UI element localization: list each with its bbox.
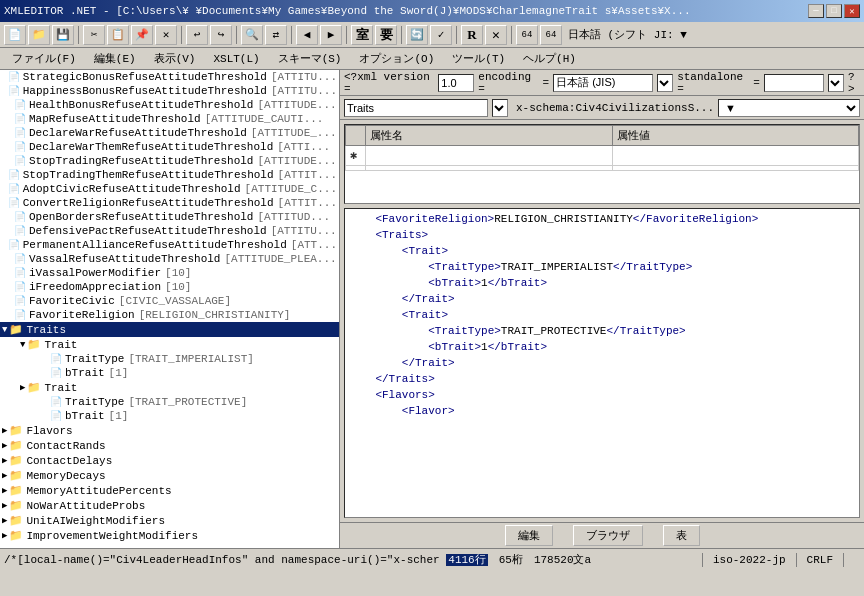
tree-item[interactable]: 📄bTrait[1]: [0, 366, 339, 380]
menu-help[interactable]: ヘルプ(H): [515, 49, 584, 68]
expand-icon[interactable]: ▶: [2, 440, 7, 451]
expand-icon[interactable]: ▶: [2, 485, 7, 496]
menu-view[interactable]: 表示(V): [146, 49, 204, 68]
tree-item[interactable]: 📄iFreedomAppreciation[10]: [0, 280, 339, 294]
close-button[interactable]: ✕: [844, 4, 860, 18]
expand-icon[interactable]: ▶: [2, 515, 7, 526]
open-button[interactable]: 📁: [28, 25, 50, 45]
menu-schema[interactable]: スキーマ(S): [270, 49, 350, 68]
expand-icon[interactable]: ▶: [2, 455, 7, 466]
file-icon: 📄: [14, 211, 26, 223]
xml-standalone-input[interactable]: [764, 74, 824, 92]
attribute-table: 属性名 属性値 ✱: [345, 125, 859, 171]
expand-button[interactable]: 室: [351, 25, 373, 45]
tree-item[interactable]: 📄DeclareWarRefuseAttitudeThreshold[ATTIT…: [0, 126, 339, 140]
tree-item[interactable]: ▶📁MemoryAttitudePercents: [0, 483, 339, 498]
xml-encoding-input[interactable]: [553, 74, 653, 92]
tree-item[interactable]: 📄OpenBordersRefuseAttitudeThreshold[ATTI…: [0, 210, 339, 224]
tree-item[interactable]: ▶📁ContactRands: [0, 438, 339, 453]
undo-button[interactable]: ↩: [186, 25, 208, 45]
cut-button[interactable]: ✂: [83, 25, 105, 45]
expand-icon[interactable]: ▶: [2, 530, 7, 541]
64a-button[interactable]: 64: [516, 25, 538, 45]
tree-item[interactable]: ▶📁Flavors: [0, 423, 339, 438]
tree-item[interactable]: 📄bTrait[1]: [0, 409, 339, 423]
paste-button[interactable]: 📌: [131, 25, 153, 45]
xml-encoding-dropdown[interactable]: ▼: [657, 74, 673, 92]
xml-standalone-dropdown[interactable]: ▼: [828, 74, 844, 92]
validate-button[interactable]: ✓: [430, 25, 452, 45]
maximize-button[interactable]: □: [826, 4, 842, 18]
tree-item[interactable]: ▶📁ContactDelays: [0, 453, 339, 468]
tree-item[interactable]: 📄iVassalPowerModifier[10]: [0, 266, 339, 280]
tree-item[interactable]: ▶📁MemoryDecays: [0, 468, 339, 483]
64b-button[interactable]: 64: [540, 25, 562, 45]
save-button[interactable]: 💾: [52, 25, 74, 45]
x-button[interactable]: ✕: [485, 25, 507, 45]
tree-item[interactable]: 📄StopTradingRefuseAttitudeThreshold[ATTI…: [0, 154, 339, 168]
doc-name-input[interactable]: [344, 99, 488, 117]
folder-icon: 📁: [9, 439, 23, 452]
tree-item[interactable]: 📄PermanentAllianceRefuseAttitudeThreshol…: [0, 238, 339, 252]
tree-item[interactable]: 📄DeclareWarThemRefuseAttitudeThreshold[A…: [0, 140, 339, 154]
redo-button[interactable]: ↪: [210, 25, 232, 45]
menu-xslt[interactable]: XSLT(L): [205, 51, 267, 67]
tree-item[interactable]: 📄VassalRefuseAttitudeThreshold[ATTITUDE_…: [0, 252, 339, 266]
tree-item[interactable]: 📄MapRefuseAttitudeThreshold[ATTITUDE_CAU…: [0, 112, 339, 126]
tree-item[interactable]: 📄DefensivePactRefuseAttitudeThreshold[AT…: [0, 224, 339, 238]
r-button[interactable]: R: [461, 25, 483, 45]
refresh-button[interactable]: 🔄: [406, 25, 428, 45]
tree-item[interactable]: ▼📁Trait: [0, 337, 339, 352]
tree-item[interactable]: ▶📁NoWarAttitudeProbs: [0, 498, 339, 513]
expand-icon[interactable]: ▼: [2, 325, 7, 335]
tree-item[interactable]: 📄StopTradingThemRefuseAttitudeThreshold[…: [0, 168, 339, 182]
tree-tag: [ATTIT...: [278, 197, 337, 209]
delete-button[interactable]: ✕: [155, 25, 177, 45]
xml-source-area[interactable]: <FavoriteReligion>RELIGION_CHRISTIANITY<…: [344, 208, 860, 518]
nav-prev-button[interactable]: ◀: [296, 25, 318, 45]
tree-item[interactable]: ▼📁Traits: [0, 322, 339, 337]
tree-item[interactable]: 📄TraitType[TRAIT_PROTECTIVE]: [0, 395, 339, 409]
expand-icon[interactable]: ▶: [2, 470, 7, 481]
menu-options[interactable]: オプション(O): [351, 49, 442, 68]
attr-value-cell[interactable]: [612, 146, 859, 166]
tree-item[interactable]: 📄HealthBonusRefuseAttitudeThreshold[ATTI…: [0, 98, 339, 112]
menu-edit[interactable]: 編集(E): [86, 49, 144, 68]
copy-button[interactable]: 📋: [107, 25, 129, 45]
xml-version-input[interactable]: [438, 74, 474, 92]
doc-name-dropdown[interactable]: ▼: [492, 99, 508, 117]
tree-item[interactable]: ▶📁Trait: [0, 380, 339, 395]
expand-icon[interactable]: ▶: [2, 425, 7, 436]
collapse-button[interactable]: 要: [375, 25, 397, 45]
nav-next-button[interactable]: ▶: [320, 25, 342, 45]
tree-item[interactable]: 📄ConvertReligionRefuseAttitudeThreshold[…: [0, 196, 339, 210]
expand-icon[interactable]: ▼: [20, 340, 25, 350]
tree-item[interactable]: 📄AdoptCivicRefuseAttitudeThreshold[ATTIT…: [0, 182, 339, 196]
find-button[interactable]: 🔍: [241, 25, 263, 45]
attr-new-row[interactable]: ✱: [346, 146, 859, 166]
status-charset: iso-2022-jp: [707, 554, 792, 566]
expand-icon[interactable]: ▶: [20, 382, 25, 393]
tree-item[interactable]: 📄FavoriteReligion[RELIGION_CHRISTIANITY]: [0, 308, 339, 322]
replace-button[interactable]: ⇄: [265, 25, 287, 45]
tree-item[interactable]: 📄TraitType[TRAIT_IMPERIALIST]: [0, 352, 339, 366]
table-button[interactable]: 表: [663, 525, 700, 546]
tree-label: HappinessBonusRefuseAttitudeThreshold: [23, 85, 267, 97]
xml-line: <Flavor>: [349, 403, 855, 419]
edit-button[interactable]: 編集: [505, 525, 553, 546]
titlebar: XMLEDITOR .NET - [C:\Users\¥ ¥Documents¥…: [0, 0, 864, 22]
tree-item[interactable]: ▶📁ImprovementWeightModifiers: [0, 528, 339, 543]
tree-item[interactable]: 📄StrategicBonusRefuseAttitudeThreshold[A…: [0, 70, 339, 84]
schema-dropdown[interactable]: ▼: [718, 99, 860, 117]
attr-name-cell[interactable]: [366, 146, 613, 166]
menu-file[interactable]: ファイル(F): [4, 49, 84, 68]
minimize-button[interactable]: ─: [808, 4, 824, 18]
new-button[interactable]: 📄: [4, 25, 26, 45]
tree-item[interactable]: 📄HappinessBonusRefuseAttitudeThreshold[A…: [0, 84, 339, 98]
tree-item[interactable]: 📄FavoriteCivic[CIVIC_VASSALAGE]: [0, 294, 339, 308]
tree-item[interactable]: ▶📁UnitAIWeightModifiers: [0, 513, 339, 528]
tree-panel[interactable]: 📄StrategicBonusRefuseAttitudeThreshold[A…: [0, 70, 340, 548]
browser-button[interactable]: ブラウザ: [573, 525, 643, 546]
menu-tools[interactable]: ツール(T): [444, 49, 513, 68]
expand-icon[interactable]: ▶: [2, 500, 7, 511]
